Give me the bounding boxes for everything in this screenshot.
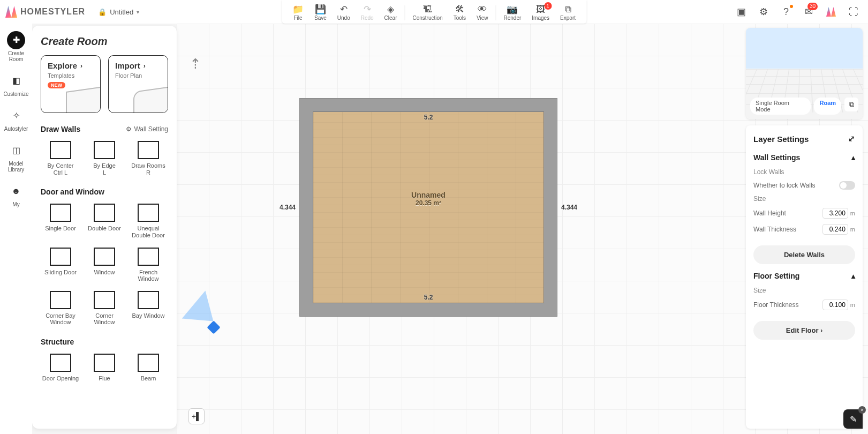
wall-height-input[interactable] <box>822 208 848 219</box>
wall-settings-header[interactable]: Wall Settings▴ <box>753 153 855 162</box>
card-thumb-icon <box>133 86 168 113</box>
door-tool-double-door[interactable]: Double Door <box>85 201 124 241</box>
rail-customize[interactable]: ◧Customize <box>0 69 32 100</box>
door-tool-corner-window[interactable]: Corner Window <box>85 289 124 328</box>
close-icon[interactable]: × <box>858 406 866 414</box>
gear-icon: ⚙ <box>126 125 132 133</box>
struct-tool-beam[interactable]: Beam <box>129 351 168 384</box>
project-title-dropdown[interactable]: 🔒 Untitled ▾ <box>98 8 139 16</box>
add-floor-button[interactable]: +▌ <box>188 408 205 424</box>
inbox-button[interactable]: ✉30 <box>799 3 818 21</box>
help-button[interactable]: ? <box>777 3 795 21</box>
top-bar: HOMESTYLER 🔒 Untitled ▾ 📁File💾Save↶Undo↷… <box>0 0 868 24</box>
tool-tools[interactable]: 🛠Tools <box>448 2 471 24</box>
create-room-panel: Create Room Explore› Templates NEW Impor… <box>32 26 177 429</box>
edit-floor-button[interactable]: Edit Floor › <box>753 321 855 340</box>
dim-left: 4.344 <box>280 204 296 211</box>
tool-construction[interactable]: 🏗Construction <box>407 2 448 24</box>
file-icon: 📁 <box>292 5 304 14</box>
autostyler-icon: ✧ <box>7 107 25 125</box>
appearance-button[interactable] <box>822 3 840 21</box>
door-tool-window[interactable]: Window <box>85 245 124 285</box>
door-tool-sliding-door[interactable]: Sliding Door <box>41 245 80 285</box>
chevron-right-icon: › <box>820 327 822 334</box>
explore-templates-card[interactable]: Explore› Templates NEW <box>41 55 101 113</box>
floor-setting-header[interactable]: Floor Setting▴ <box>753 272 855 280</box>
tool-undo[interactable]: ↶Undo <box>332 2 356 24</box>
wall-tool-draw-rooms[interactable]: Draw RoomsR <box>129 139 168 178</box>
chevron-up-icon: ▴ <box>851 153 855 162</box>
tool-shape-icon <box>138 141 159 159</box>
door-tool-bay-window[interactable]: Bay Window <box>129 289 168 328</box>
expand-icon[interactable]: ⤢ <box>848 134 855 144</box>
compass-icon: ⇡ <box>190 56 201 72</box>
room-floor[interactable] <box>313 111 544 303</box>
top-right-cluster: ▣ ⚙ ? ✉30 ⛶ <box>732 3 868 21</box>
tool-shape-icon <box>94 248 115 266</box>
door-tool-french-window[interactable]: French Window <box>129 245 168 285</box>
size-label: Size <box>753 195 855 203</box>
tool-shape-icon <box>138 204 159 222</box>
struct-tool-door-opening[interactable]: Door Opening <box>41 351 80 384</box>
door-tool-single-door[interactable]: Single Door <box>41 201 80 241</box>
settings-button[interactable]: ⚙ <box>754 3 773 21</box>
tool-save[interactable]: 💾Save <box>309 2 332 24</box>
section-door-window: Door and Window <box>41 188 104 196</box>
size-label: Size <box>753 287 855 294</box>
rail-model-library[interactable]: ◫ModelLibrary <box>0 138 32 176</box>
tool-shape-icon <box>50 204 71 222</box>
tool-shape-icon <box>94 291 115 309</box>
tool-shape-icon <box>94 354 115 372</box>
chevron-right-icon: › <box>80 62 82 70</box>
floor-thickness-input[interactable] <box>822 300 848 310</box>
room-outline[interactable]: 5.2 5.2 4.344 4.344 Unnamed 20.35 m² <box>300 99 557 316</box>
tools-icon: 🛠 <box>455 5 464 14</box>
delete-walls-button[interactable]: Delete Walls <box>753 245 855 264</box>
wall-tool-by-center[interactable]: By CenterCtrl L <box>41 139 80 178</box>
wall-tool-by-edge[interactable]: By EdgeL <box>85 139 124 178</box>
preview-3d[interactable]: Single Room Mode Roam ⧉ <box>746 28 863 119</box>
feedback-fab[interactable]: ✎× <box>843 409 863 429</box>
import-floorplan-card[interactable]: Import› Floor Plan <box>108 55 168 113</box>
preview-popout-button[interactable]: ⧉ <box>844 98 858 111</box>
tool-shape-icon <box>50 291 71 309</box>
preview-mode-roam[interactable]: Roam <box>814 98 841 115</box>
dim-bottom: 5.2 <box>424 294 433 301</box>
tool-strip: 📁File💾Save↶Undo↷Redo◈Clear🏗Construction🛠… <box>282 0 586 24</box>
tool-shape-icon <box>50 141 71 159</box>
model-library-icon: ◫ <box>7 141 25 160</box>
tool-clear[interactable]: ◈Clear <box>379 2 403 24</box>
mail-badge: 30 <box>807 3 818 10</box>
rail-my[interactable]: ☻My <box>0 179 32 211</box>
wall-setting-link[interactable]: ⚙Wall Setting <box>126 125 168 133</box>
tool-shape-icon <box>94 141 115 159</box>
tool-export[interactable]: ⧉Export <box>555 2 581 24</box>
preview-mode-single[interactable]: Single Room Mode <box>750 98 811 115</box>
tool-view[interactable]: 👁View <box>471 2 494 24</box>
tool-render[interactable]: 📷Render <box>499 2 527 24</box>
tool-file[interactable]: 📁File <box>287 2 309 24</box>
wall-thickness-input[interactable] <box>822 224 848 235</box>
door-tool-corner-bay-window[interactable]: Corner Bay Window <box>41 289 80 328</box>
customize-icon: ◧ <box>7 72 25 90</box>
struct-tool-flue[interactable]: Flue <box>85 351 124 384</box>
layers-button[interactable]: ▣ <box>732 3 750 21</box>
door-tool-unequal-double-door[interactable]: Unequal Double Door <box>129 201 168 241</box>
room-label[interactable]: Unnamed 20.35 m² <box>411 191 446 207</box>
tool-images[interactable]: 🖼Images1 <box>526 2 555 24</box>
lock-walls-toggle[interactable] <box>839 181 855 190</box>
tool-redo: ↷Redo <box>356 2 379 24</box>
section-draw-walls: Draw Walls <box>41 125 80 133</box>
fullscreen-button[interactable]: ⛶ <box>844 3 863 21</box>
lock-icon: 🔒 <box>98 8 107 16</box>
brand-block[interactable]: HOMESTYLER <box>0 6 85 18</box>
project-title: Untitled <box>110 8 133 16</box>
rail-autostyler[interactable]: ✧Autostyler <box>0 103 32 135</box>
card-thumb-icon <box>66 86 101 113</box>
tool-shape-icon <box>138 291 159 309</box>
chevron-up-icon: ▴ <box>851 272 855 280</box>
rail-create-room[interactable]: ✚CreateRoom <box>0 28 32 65</box>
tool-shape-icon <box>138 354 159 372</box>
camera-widget[interactable] <box>182 297 225 340</box>
view-icon: 👁 <box>478 5 487 14</box>
